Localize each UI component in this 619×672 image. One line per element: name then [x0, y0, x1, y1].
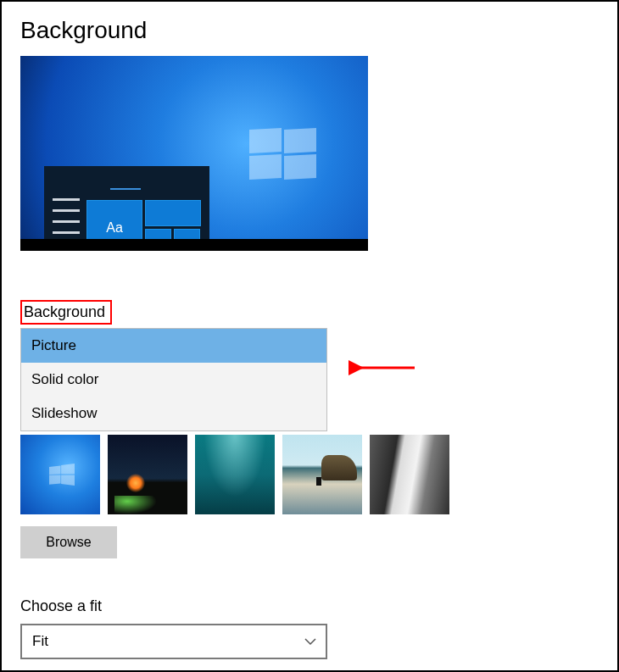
- browse-button[interactable]: Browse: [20, 526, 117, 558]
- annotation-highlight-box: Background: [20, 300, 112, 325]
- background-dropdown-label: Background: [24, 303, 105, 320]
- preview-start-menu: Aa: [44, 166, 209, 251]
- chevron-down-icon: [304, 635, 317, 648]
- choose-fit-label: Choose a fit: [20, 597, 602, 615]
- thumbnail-night-aurora[interactable]: [108, 435, 187, 514]
- background-dropdown-open[interactable]: Picture Solid color Slideshow: [20, 328, 327, 431]
- background-option-picture[interactable]: Picture: [21, 329, 326, 363]
- annotation-arrow: [349, 358, 416, 378]
- choose-fit-selected: Fit: [32, 633, 48, 650]
- desktop-preview: Aa: [20, 56, 368, 251]
- thumbnail-windows-default[interactable]: [20, 435, 100, 514]
- thumbnail-gray-cliff[interactable]: [370, 435, 449, 514]
- windows-logo-icon: [249, 129, 317, 180]
- picture-thumbnails: [20, 435, 602, 514]
- choose-fit-dropdown[interactable]: Fit: [20, 624, 327, 659]
- background-option-solid-color[interactable]: Solid color: [21, 363, 326, 397]
- thumbnail-beach-rock[interactable]: [282, 435, 362, 514]
- page-title: Background: [20, 17, 602, 44]
- thumbnail-underwater[interactable]: [195, 435, 275, 514]
- background-option-slideshow[interactable]: Slideshow: [21, 397, 326, 430]
- preview-taskbar: [20, 239, 368, 251]
